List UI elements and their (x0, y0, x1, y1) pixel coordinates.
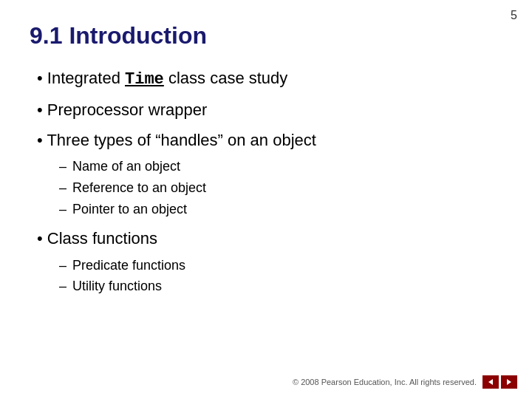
bullet-4: Class functions Predicate functions Util… (37, 228, 502, 297)
sub-item-pointer-to-object-label: Pointer to an object (72, 202, 187, 216)
bullet-1-text-before: Integrated (47, 69, 125, 87)
bullet-1: Integrated Time class case study (37, 67, 502, 92)
sub-item-name-of-object: Name of an object (59, 156, 502, 177)
nav-prev-button[interactable] (482, 375, 499, 389)
sub-item-utility-functions-label: Utility functions (72, 279, 162, 293)
copyright-text: © 2008 Pearson Education, Inc. All right… (293, 378, 477, 386)
bullet-3-text: Three types of “handles” on an object (47, 131, 316, 149)
bullet-3-sub-list: Name of an object Reference to an object… (37, 156, 502, 219)
sub-item-utility-functions: Utility functions (59, 276, 502, 297)
main-bullets-list: Integrated Time class case study Preproc… (30, 67, 502, 297)
sub-item-name-of-object-label: Name of an object (72, 159, 180, 174)
sub-item-reference-to-object-label: Reference to an object (72, 180, 206, 195)
next-icon (505, 378, 513, 386)
svg-marker-1 (507, 379, 511, 385)
bullet-2-text: Preprocessor wrapper (47, 100, 207, 119)
nav-next-button[interactable] (501, 375, 517, 389)
sub-item-predicate-functions: Predicate functions (59, 255, 502, 276)
bullet-1-code: Time (125, 70, 164, 89)
bullet-2: Preprocessor wrapper (37, 99, 502, 122)
bullet-1-text-after: class case study (164, 69, 288, 87)
slide: 5 9.1 Introduction Integrated Time class… (0, 0, 532, 399)
sub-item-predicate-functions-label: Predicate functions (72, 258, 185, 273)
sub-item-reference-to-object: Reference to an object (59, 177, 502, 199)
bullet-3: Three types of “handles” on an object Na… (37, 129, 502, 220)
slide-title: 9.1 Introduction (30, 22, 502, 50)
page-number: 5 (511, 9, 517, 22)
nav-buttons[interactable] (482, 375, 517, 389)
bullet-4-sub-list: Predicate functions Utility functions (37, 255, 502, 298)
svg-marker-0 (488, 379, 493, 385)
footer: © 2008 Pearson Education, Inc. All right… (293, 375, 517, 389)
prev-icon (487, 378, 494, 386)
bullet-4-text: Class functions (47, 229, 157, 248)
sub-item-pointer-to-object: Pointer to an object (59, 199, 502, 220)
